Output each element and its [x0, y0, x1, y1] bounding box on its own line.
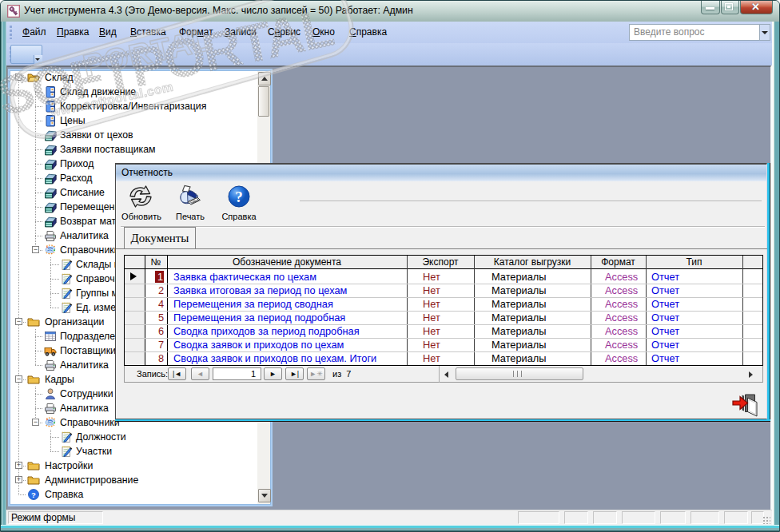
svg-text:?: ?: [235, 189, 243, 205]
svg-text:?: ?: [31, 490, 36, 499]
